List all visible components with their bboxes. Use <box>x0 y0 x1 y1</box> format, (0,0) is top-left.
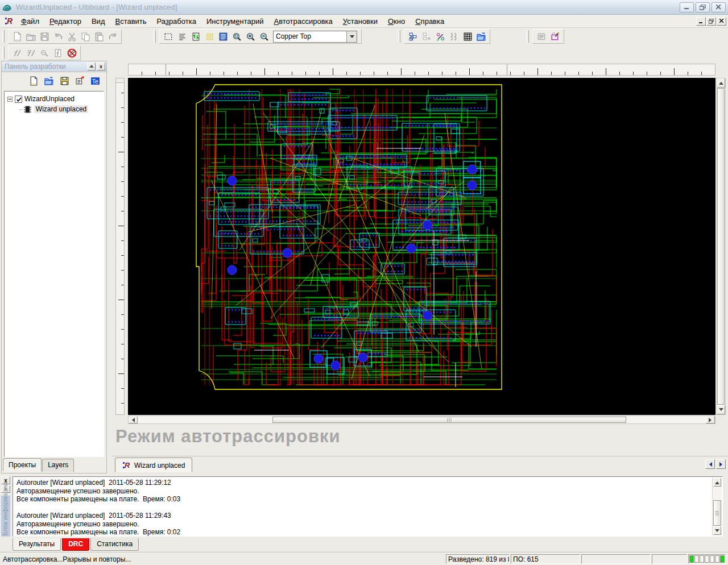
zoom-window-button[interactable] <box>230 30 243 43</box>
indicator-segment <box>689 555 694 563</box>
menu-инструментарий[interactable]: Инструментарий <box>201 15 269 27</box>
grid-dots-button[interactable] <box>202 30 216 43</box>
menu-файл[interactable]: Файл <box>16 15 44 27</box>
open-project-button[interactable] <box>42 74 56 88</box>
selection-box-button[interactable] <box>162 30 175 43</box>
draw-lines-button[interactable] <box>175 30 189 43</box>
cross-probe-button[interactable] <box>433 30 447 43</box>
tab-projects[interactable]: Проекты <box>3 458 42 471</box>
scroll-down-button[interactable] <box>717 405 725 414</box>
log-tab-результаты[interactable]: Результаты <box>13 538 61 551</box>
log-line: Autorouter [Wizard unplaced] 2011-05-28 … <box>16 512 719 520</box>
horizontal-scroll-thumb[interactable] <box>272 417 626 423</box>
new-project-button[interactable] <box>27 74 40 88</box>
fast-route-button[interactable] <box>51 46 65 60</box>
indicator-segment <box>715 555 719 563</box>
minimize-button[interactable] <box>680 2 694 13</box>
copy-button[interactable] <box>78 30 92 43</box>
mdi-close-button[interactable] <box>717 17 726 26</box>
zoom-out-button[interactable] <box>257 30 271 43</box>
menu-установки[interactable]: Установки <box>338 15 383 27</box>
spreadsheet-view-button[interactable] <box>461 30 474 43</box>
tree-root-label[interactable]: WizardUnplaced <box>24 95 75 103</box>
export-document-button[interactable] <box>73 74 86 88</box>
window-title: WizardUnplaced - Ultiboard - [Wizard unp… <box>16 3 177 11</box>
canvas-vertical-scrollbar[interactable] <box>716 78 726 415</box>
layer-indicator <box>688 554 726 564</box>
menu-справка[interactable]: Справка <box>410 15 449 27</box>
scroll-up-button[interactable] <box>717 78 725 88</box>
menu-окно[interactable]: Окно <box>383 15 410 27</box>
design-panel-header[interactable]: Панель разработки x <box>2 61 106 72</box>
zoom-in-button[interactable] <box>243 30 257 43</box>
tree-child-row[interactable]: ⌐ Wizard unplaced <box>6 104 102 114</box>
project-tree: WizardUnplaced ⌐ Wizard unplaced <box>4 91 104 457</box>
indicator-segment <box>694 555 699 563</box>
hierarchy-button[interactable] <box>406 30 420 43</box>
tree-root-row[interactable]: WizardUnplaced <box>6 94 102 104</box>
log-line: Все компоненты размещены на плате. Время… <box>16 495 719 504</box>
text-editor-button[interactable]: Te <box>88 74 102 88</box>
menu-разработка[interactable]: Разработка <box>152 15 201 27</box>
log-tab-drc[interactable]: DRC <box>62 538 89 551</box>
redo-button[interactable] <box>106 30 119 43</box>
information-block-sidebar: x Блок информации <box>1 476 11 538</box>
export-hierarchy-button[interactable] <box>420 30 433 43</box>
refresh-page-button[interactable] <box>189 30 202 43</box>
paste-button[interactable] <box>92 30 106 43</box>
toolbar-grip[interactable] <box>2 30 5 43</box>
menu-вид[interactable]: Вид <box>86 15 110 27</box>
scroll-down-button[interactable] <box>713 526 721 535</box>
merge-sheets-button[interactable] <box>447 30 461 43</box>
autoplacement-button[interactable] <box>535 30 548 43</box>
log-vertical-scrollbar[interactable] <box>712 477 722 535</box>
panel-collapse-button[interactable] <box>87 63 96 70</box>
canvas-horizontal-scrollbar[interactable] <box>128 416 715 424</box>
tab-scroll-left-button[interactable] <box>705 459 715 469</box>
vertical-scroll-thumb[interactable] <box>717 88 725 405</box>
title-bar: WizardUnplaced - Ultiboard - [Wizard unp… <box>0 0 728 15</box>
tab-layers[interactable]: Layers <box>42 459 74 472</box>
no-trace-button[interactable] <box>65 46 78 60</box>
menu-автотрассировка[interactable]: Автотрассировка <box>268 15 337 27</box>
tree-child-label[interactable]: Wizard unplaced <box>34 105 88 113</box>
new-file-button[interactable] <box>10 30 24 43</box>
unroute-button[interactable] <box>38 46 51 60</box>
panel-close-button[interactable]: x <box>97 63 105 70</box>
undo-button[interactable] <box>51 30 65 43</box>
board-wizard-button[interactable] <box>548 30 562 43</box>
scroll-up-button[interactable] <box>713 478 721 487</box>
start-router-button[interactable] <box>10 46 24 60</box>
restore-button[interactable] <box>696 2 710 13</box>
toolbar-grip[interactable] <box>527 30 529 43</box>
log-tab-статистика[interactable]: Статистика <box>90 538 139 551</box>
layer-select-dropdown-button[interactable] <box>346 31 357 42</box>
scroll-left-button[interactable] <box>129 416 138 423</box>
log-output[interactable]: Autorouter [Wizard unplaced] 2011-05-28 … <box>13 476 723 537</box>
mdi-minimize-button[interactable] <box>696 17 706 26</box>
save-file-button[interactable] <box>38 30 51 43</box>
menu-редактор[interactable]: Редактор <box>44 15 86 27</box>
pcb-canvas[interactable] <box>128 78 715 415</box>
suspend-router-button[interactable] <box>24 46 38 60</box>
toolbar-grip[interactable] <box>2 47 5 59</box>
open-database-button[interactable] <box>474 30 488 43</box>
pcb-board-drawing <box>128 78 715 415</box>
tree-expander-icon[interactable] <box>7 97 13 102</box>
layer-select[interactable]: Copper Top <box>273 31 357 43</box>
tab-scroll-right-button[interactable] <box>716 459 726 469</box>
close-button[interactable] <box>712 2 726 13</box>
save-project-button[interactable] <box>57 74 71 88</box>
scroll-right-button[interactable] <box>706 416 715 423</box>
mdi-restore-button[interactable] <box>706 17 716 26</box>
toolbar-grip[interactable] <box>154 30 156 43</box>
cut-button[interactable] <box>65 30 78 43</box>
tree-checkbox[interactable] <box>15 95 22 103</box>
indicator-segment <box>705 555 709 563</box>
design-toolbox-button[interactable] <box>216 30 230 43</box>
toolbar-grip[interactable] <box>398 30 400 43</box>
menu-вставить[interactable]: Вставить <box>110 15 151 27</box>
document-tab-wizard-unplaced[interactable]: R Wizard unplaced <box>115 458 192 472</box>
log-scroll-thumb[interactable] <box>713 500 721 526</box>
open-file-button[interactable] <box>24 30 38 43</box>
